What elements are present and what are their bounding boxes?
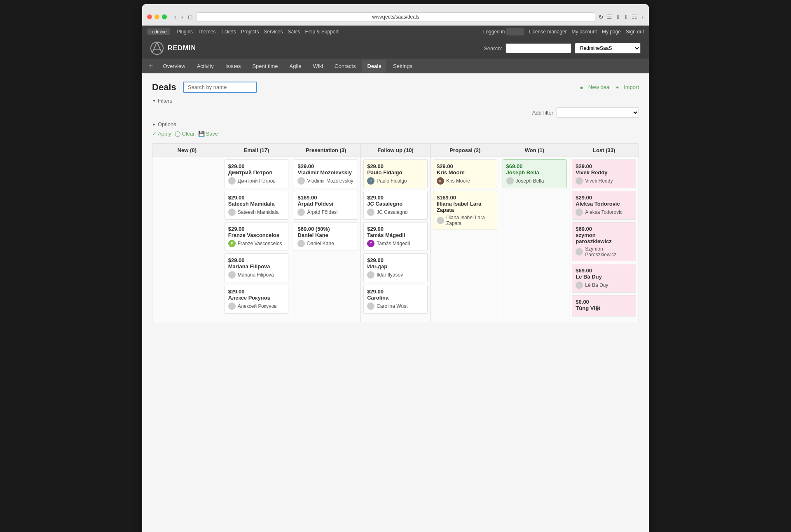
add-filter-row: Add filter [152, 107, 639, 118]
download-button[interactable]: ⇓ [615, 14, 620, 20]
deal-card[interactable]: $0.00 Tùng Việt [572, 295, 636, 316]
deal-contact: Vladimir Mozolevskiy [297, 177, 354, 185]
my-account-link[interactable]: My account [572, 29, 597, 35]
nav-add-button[interactable]: + [149, 62, 153, 70]
avatar [367, 271, 374, 279]
nav-activity[interactable]: Activity [192, 60, 219, 73]
license-manager-link[interactable]: License manager [529, 29, 567, 35]
topbar-themes[interactable]: Themes [198, 29, 215, 35]
back-button[interactable]: ‹ [173, 13, 178, 21]
deals-search-input[interactable] [183, 82, 257, 93]
deal-card[interactable]: $29.00 Алексе Рокунов Алексей Рокунов [225, 285, 289, 314]
nav-settings[interactable]: Settings [388, 60, 417, 73]
avatar [437, 217, 444, 224]
deal-card[interactable]: $29.00 Mariana Filipova Mariana Filipova [225, 253, 289, 282]
deal-card[interactable]: $29.00 Sateesh Mamidala Sateesh Mamidala [225, 191, 289, 220]
deal-card[interactable]: $169.00 Árpád Földesi Árpád Földesi [294, 191, 358, 220]
deal-name: Joseph Bella [506, 169, 563, 176]
avatar [576, 209, 583, 216]
nav-contacts[interactable]: Contacts [330, 60, 360, 73]
deal-card[interactable]: $29.00 Ильдар Ildar Ilyasov [363, 253, 428, 282]
col-header-new: New (0) [152, 144, 222, 157]
address-bar[interactable] [196, 12, 595, 21]
deal-amount: $29.00 [297, 163, 354, 169]
deal-amount: $29.00 [228, 288, 285, 295]
topbar-services[interactable]: Services [264, 29, 283, 35]
my-page-link[interactable]: My page [602, 29, 621, 35]
topbar-plugins[interactable]: Plugins [177, 29, 193, 35]
save-button[interactable]: 💾 Save [198, 131, 218, 137]
options-chevron-icon: ► [152, 122, 156, 127]
deal-name: Vladimir Mozolevskiy [297, 169, 354, 176]
share-button[interactable]: ⇧ [624, 14, 629, 20]
deal-card[interactable]: $29.00 Paulo Fidalgo P Paulo Fidalgo [363, 159, 428, 188]
new-deal-button[interactable]: New deal [588, 84, 611, 90]
col-body-won: $69.00 Joseph Bella Joseph Bella [500, 157, 569, 322]
checkmark-icon: ✓ [152, 131, 157, 137]
avatar [576, 248, 583, 255]
minimize-button[interactable] [154, 14, 159, 19]
filters-toggle[interactable]: ▼ Filters [152, 98, 639, 104]
deal-amount: $29.00 [576, 195, 632, 201]
deal-card[interactable]: $29.00 JC Casalegno JC Casalegno [363, 191, 428, 220]
nav-overview[interactable]: Overview [158, 60, 190, 73]
project-select[interactable]: RedmineSaaS [575, 43, 641, 54]
reader-mode-button[interactable]: ☰ [607, 14, 612, 20]
nav-deals[interactable]: Deals [362, 60, 386, 73]
import-button[interactable]: Import [624, 84, 639, 90]
topbar-nav: Plugins Themes Tickets Projects Services… [177, 29, 339, 35]
nav-spent-time[interactable]: Spent time [247, 60, 283, 73]
deal-card[interactable]: $29.00 Дмитрий Петров Дмитрий Петров [225, 159, 289, 188]
deal-card[interactable]: $69.00 Lê Bá Duy Lê Bá Duy [572, 264, 636, 293]
deal-card[interactable]: $29.00 Tamás Mágedli T Tamás Mágedli [363, 222, 428, 251]
deal-contact: Daniel Kane [297, 240, 354, 247]
forward-button[interactable]: › [180, 13, 185, 21]
topbar-sales[interactable]: Sales [288, 29, 300, 35]
deal-name: Sateesh Mamidala [228, 201, 285, 207]
col-header-followup: Follow up (10) [361, 144, 430, 157]
deal-card[interactable]: $169.00 Illiana Isabel Lara Zapata Illia… [433, 191, 497, 230]
nav-agile[interactable]: Agile [285, 60, 307, 73]
deal-card[interactable]: $29.00 Vivek Reddy Vivek Reddy [572, 159, 636, 188]
sign-out-link[interactable]: Sign out [626, 29, 644, 35]
deal-name: Дмитрий Петров [228, 169, 285, 176]
clear-button[interactable]: ◯ Clear [175, 131, 195, 137]
deal-card[interactable]: $29.00 Vladimir Mozolevskiy Vladimir Moz… [294, 159, 358, 188]
deal-amount: $29.00 [437, 163, 494, 169]
topbar-projects[interactable]: Projects [241, 29, 259, 35]
nav-issues[interactable]: Issues [220, 60, 246, 73]
deal-contact: JC Casalegno [367, 209, 424, 216]
search-input[interactable] [505, 43, 571, 53]
apply-button[interactable]: ✓ Apply [152, 131, 171, 137]
deal-name: Paulo Fidalgo [367, 169, 424, 176]
app-logo: REDMIN [150, 42, 196, 55]
close-button[interactable] [147, 14, 152, 19]
avatar [576, 281, 583, 289]
deal-contact: Sateesh Mamidala [228, 209, 285, 216]
fullscreen-button[interactable] [162, 14, 167, 19]
add-filter-select[interactable] [557, 107, 639, 118]
tab-layout-button[interactable]: ◻ [188, 14, 193, 20]
deal-amount: $169.00 [297, 195, 354, 201]
clear-icon: ◯ [175, 131, 181, 137]
deal-card[interactable]: $69.00 (50%) Daniel Kane Daniel Kane [294, 222, 358, 251]
deal-card[interactable]: $29.00 Aleksa Todorovic Aleksa Todorovic [572, 191, 636, 220]
deal-card[interactable]: $29.00 Franze Vasconcelos F Franze Vasco… [225, 222, 289, 251]
deal-card[interactable]: $29.00 Kris Moore K Kris Moore [433, 159, 497, 188]
redmine-logo-btn[interactable]: redmine [147, 28, 170, 35]
deal-card[interactable]: $29.00 Carolina Carolina Wüst [363, 285, 428, 314]
deal-amount: $29.00 [228, 257, 285, 263]
deal-amount: $29.00 [367, 195, 424, 201]
kanban-col-followup: Follow up (10) $29.00 Paulo Fidalgo P Pa… [361, 144, 431, 322]
topbar-tickets[interactable]: Tickets [220, 29, 236, 35]
deal-card[interactable]: $69.00 szymon paroszkiewicz Szymon Paros… [572, 222, 636, 261]
new-tab-button[interactable]: + [641, 14, 644, 20]
refresh-button[interactable]: ↻ [599, 14, 604, 20]
nav-wiki[interactable]: Wiki [308, 60, 328, 73]
options-toggle[interactable]: ► Options [152, 121, 639, 127]
deal-card[interactable]: $69.00 Joseph Bella Joseph Bella [503, 159, 567, 188]
filters-section: ▼ Filters Add filter ► Options ✓ Apply [152, 98, 639, 137]
sidebar-toggle-button[interactable]: ☷ [632, 14, 637, 20]
topbar-help[interactable]: Help & Support [305, 29, 338, 35]
kanban-col-lost: Lost (33) $29.00 Vivek Reddy Vivek Reddy… [569, 144, 639, 322]
